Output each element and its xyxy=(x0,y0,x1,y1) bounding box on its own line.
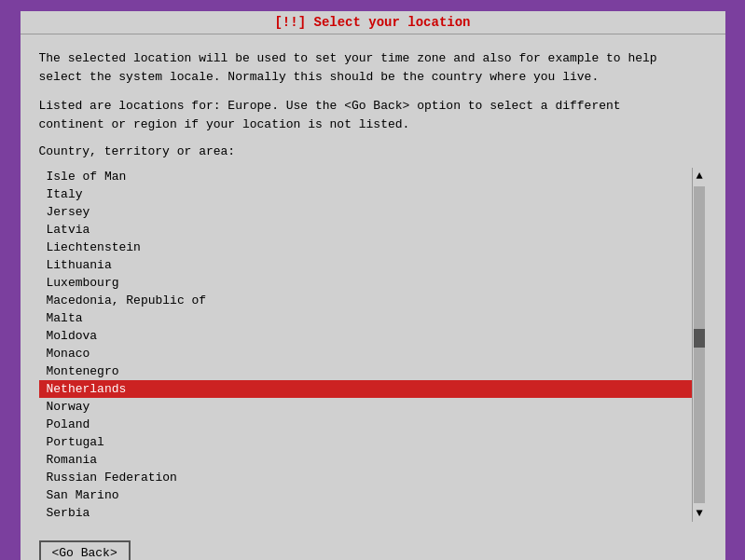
dialog: [!!] Select your location The selected l… xyxy=(19,9,727,560)
list-item[interactable]: Montenegro xyxy=(39,362,692,380)
list-item[interactable]: Norway xyxy=(39,398,692,416)
listed-line2: continent or region if your location is … xyxy=(39,116,707,134)
list-item[interactable]: Italy xyxy=(39,185,692,203)
list-item[interactable]: Luxembourg xyxy=(39,274,692,292)
list-item[interactable]: Liechtenstein xyxy=(39,239,692,256)
list-item[interactable]: Russian Federation xyxy=(39,469,692,486)
country-label: Country, territory or area: xyxy=(39,144,707,158)
list-item[interactable]: Monaco xyxy=(39,345,692,362)
list-item[interactable]: Portugal xyxy=(39,433,692,451)
scroll-thumb[interactable] xyxy=(694,329,705,348)
list-item[interactable]: Romania xyxy=(39,451,692,469)
description-line2: select the system locale. Normally this … xyxy=(39,68,707,87)
go-back-button[interactable]: <Go Back> xyxy=(39,540,131,560)
list-item[interactable]: Poland xyxy=(39,416,692,433)
dialog-content: The selected location will be used to se… xyxy=(21,34,725,560)
list-item[interactable]: San Marino xyxy=(39,486,692,504)
description-line1: The selected location will be used to se… xyxy=(39,49,707,68)
country-list[interactable]: Isle of ManItalyJerseyLatviaLiechtenstei… xyxy=(39,168,692,522)
dialog-title: [!!] Select your location xyxy=(274,15,470,30)
list-item[interactable]: Jersey xyxy=(39,203,692,221)
list-item[interactable]: Isle of Man xyxy=(39,168,692,185)
listed-line1: Listed are locations for: Europe. Use th… xyxy=(39,97,707,116)
list-item[interactable]: Malta xyxy=(39,309,692,327)
list-item[interactable]: Latvia xyxy=(39,221,692,239)
buttons-row: <Go Back> xyxy=(39,537,707,560)
scroll-track xyxy=(694,186,705,503)
list-item[interactable]: Macedonia, Republic of xyxy=(39,292,692,309)
list-item[interactable]: Netherlands xyxy=(39,380,692,398)
main-area: [!!] Select your location The selected l… xyxy=(0,0,745,560)
description: The selected location will be used to se… xyxy=(39,49,707,86)
list-container: Isle of ManItalyJerseyLatviaLiechtenstei… xyxy=(39,168,707,522)
scrollbar[interactable]: ▲ ▼ xyxy=(692,168,707,522)
list-item[interactable]: Lithuania xyxy=(39,256,692,274)
list-item[interactable]: Serbia xyxy=(39,504,692,522)
listed-info: Listed are locations for: Europe. Use th… xyxy=(39,97,707,133)
scroll-down-button[interactable]: ▼ xyxy=(693,505,707,522)
scroll-up-button[interactable]: ▲ xyxy=(693,168,707,184)
list-item[interactable]: Moldova xyxy=(39,327,692,345)
dialog-title-bar: [!!] Select your location xyxy=(21,11,725,34)
